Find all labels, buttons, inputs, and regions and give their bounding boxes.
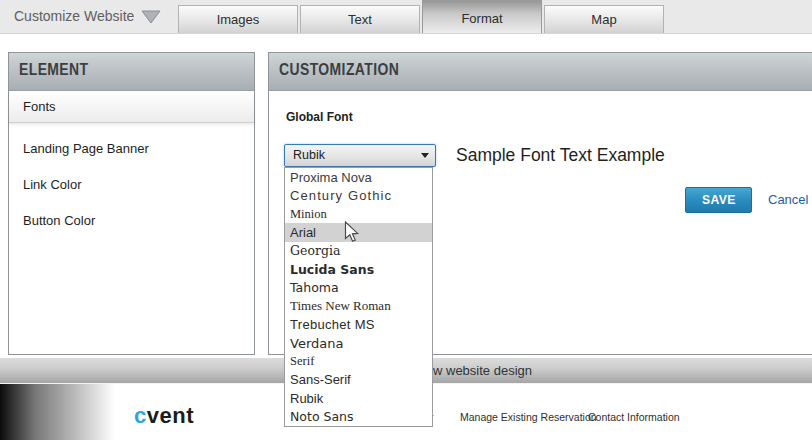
cvent-logo: cvent bbox=[134, 403, 194, 429]
mouse-cursor-icon bbox=[344, 221, 360, 243]
font-option-sans-serif[interactable]: Sans-Serif bbox=[285, 371, 432, 389]
customization-panel-header: CUSTOMIZATION bbox=[269, 53, 812, 91]
footer-gradient-edge bbox=[0, 384, 240, 440]
sidebar-item-button-color[interactable]: Button Color bbox=[9, 203, 254, 239]
font-option-lucida-sans[interactable]: Lucida Sans bbox=[285, 260, 432, 278]
page-title: Customize Website bbox=[14, 0, 134, 33]
tab-images[interactable]: Images bbox=[178, 5, 298, 33]
font-option-noto-sans[interactable]: Noto Sans bbox=[285, 407, 432, 425]
tab-format[interactable]: Format bbox=[422, 0, 542, 33]
preview-bar-text: w website design bbox=[433, 358, 532, 383]
footer-link-manage-reservation[interactable]: Manage Existing Reservation bbox=[460, 411, 597, 423]
footer-link-contact-information[interactable]: Contact Information bbox=[588, 411, 680, 423]
cancel-link[interactable]: Cancel bbox=[768, 192, 808, 207]
tab-map[interactable]: Map bbox=[544, 5, 664, 33]
global-font-label: Global Font bbox=[286, 110, 353, 124]
dropdown-triangle-icon[interactable] bbox=[141, 10, 161, 24]
global-font-select-value: Rubik bbox=[293, 145, 325, 166]
tab-bar: Images Text Format Map bbox=[178, 0, 666, 33]
element-panel: ELEMENT Fonts Landing Page Banner Link C… bbox=[8, 52, 255, 355]
font-option-proxima-nova[interactable]: Proxima Nova bbox=[285, 168, 432, 186]
customize-website-screen: Customize Website Images Text Format Map… bbox=[0, 0, 812, 440]
cvent-logo-rest: vent bbox=[147, 403, 194, 428]
font-option-rubik[interactable]: Rubik bbox=[285, 389, 432, 407]
element-panel-header: ELEMENT bbox=[9, 53, 254, 91]
cvent-logo-c: c bbox=[134, 403, 147, 428]
font-option-verdana[interactable]: Verdana bbox=[285, 334, 432, 352]
customization-panel-title: CUSTOMIZATION bbox=[279, 60, 399, 80]
element-panel-title: ELEMENT bbox=[19, 60, 88, 80]
font-option-times-new-roman[interactable]: Times New Roman bbox=[285, 297, 432, 315]
font-option-serif[interactable]: Serif bbox=[285, 352, 432, 370]
select-caret-icon bbox=[421, 153, 429, 158]
font-option-trebuchet-ms[interactable]: Trebuchet MS bbox=[285, 315, 432, 333]
font-dropdown-list: Proxima Nova Century Gothic Minion Arial… bbox=[284, 167, 433, 427]
sidebar-item-landing-page-banner[interactable]: Landing Page Banner bbox=[9, 131, 254, 167]
font-option-tahoma[interactable]: Tahoma bbox=[285, 279, 432, 297]
global-font-select[interactable]: Rubik bbox=[284, 144, 436, 167]
sample-font-text: Sample Font Text Example bbox=[456, 144, 665, 167]
save-button[interactable]: SAVE bbox=[685, 187, 752, 213]
sidebar-item-link-color[interactable]: Link Color bbox=[9, 167, 254, 203]
font-option-century-gothic[interactable]: Century Gothic bbox=[285, 186, 432, 204]
element-item-list: Landing Page Banner Link Color Button Co… bbox=[9, 123, 254, 239]
tab-text[interactable]: Text bbox=[300, 5, 420, 33]
sidebar-item-fonts[interactable]: Fonts bbox=[9, 91, 254, 123]
font-option-georgia[interactable]: Georgia bbox=[285, 242, 432, 260]
save-button-label: SAVE bbox=[701, 188, 735, 212]
top-bar: Customize Website Images Text Format Map bbox=[0, 0, 812, 34]
